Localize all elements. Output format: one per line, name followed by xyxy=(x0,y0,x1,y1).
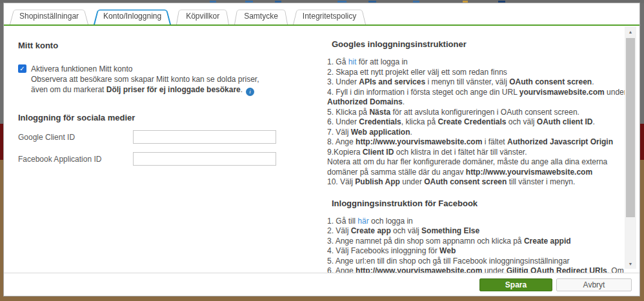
facebook-app-id-input[interactable] xyxy=(133,152,276,166)
inline-link[interactable]: här xyxy=(357,217,368,226)
tab-label: Köpvillkor xyxy=(186,12,219,21)
facebook-instructions-title: Inloggningsinstruktion för Facebook xyxy=(332,199,630,208)
content-scrollbar[interactable]: ▲ ▼ xyxy=(625,26,636,269)
instruction-line: Notera att om du har fler konfigurerade … xyxy=(327,157,630,177)
instruction-line: 10. Välj Publish App under OAuth consent… xyxy=(327,177,630,188)
tab-label: Konto/Inloggning xyxy=(103,12,161,21)
inline-link[interactable]: hit xyxy=(348,57,357,66)
dialog-footer: Spara Avbryt xyxy=(4,273,639,296)
google-instructions-list: 1. Gå hit för att logga in 2. Skapa ett … xyxy=(327,57,630,188)
checkbox-note-line2: även om du markerat Dölj priser för ej i… xyxy=(31,84,259,96)
instruction-line: 1. Gå till här och logga in xyxy=(327,217,630,227)
tab-integritetspolicy[interactable]: Integritetspolicy xyxy=(293,8,366,24)
instruction-line: 3. Under APIs and services i menyn till … xyxy=(327,77,630,88)
save-button[interactable]: Spara xyxy=(479,278,552,291)
my-account-section-title: Mitt konto xyxy=(18,41,318,50)
tab-shopinstallningar[interactable]: Shopinställningar xyxy=(10,8,88,24)
instruction-line: 1. Gå hit för att logga in xyxy=(327,57,630,68)
enable-my-account-row: ✓ Aktivera funktionen Mitt konto Observe… xyxy=(18,64,318,96)
scroll-down-button[interactable]: ▼ xyxy=(625,258,636,269)
tab-kopvillkor[interactable]: Köpvillkor xyxy=(176,8,229,24)
instruction-line: 4. Fyll i din information i första stege… xyxy=(327,88,630,108)
chevron-down-icon: ▼ xyxy=(629,262,633,266)
instruction-line: 3. Ange namnet på din shop som appnamn o… xyxy=(327,237,630,247)
instruction-line: 8. Ange http://www.yourvismawebsite.com … xyxy=(327,137,630,148)
facebook-instructions-block: Inloggningsinstruktion för Facebook 1. G… xyxy=(327,199,630,275)
scroll-up-button[interactable]: ▲ xyxy=(625,26,636,37)
instruction-line: 2. Välj Create app och välj Something El… xyxy=(327,226,630,237)
tab-label: Samtycke xyxy=(244,12,278,21)
check-icon: ✓ xyxy=(19,66,25,72)
instruction-line: 7. Välj Web application. xyxy=(327,128,630,138)
google-instructions-title: Googles inloggningsinstruktioner xyxy=(332,39,630,49)
instructions-column: Googles inloggningsinstruktioner 1. Gå h… xyxy=(327,39,630,274)
checkbox-note-line1: Observera att besökare som skapar Mitt k… xyxy=(31,74,259,84)
instruction-line: 4. Välj Facebooks inloggning för Web xyxy=(327,246,630,257)
settings-tabbar: Shopinställningar Konto/Inloggning Köpvi… xyxy=(4,7,639,26)
account-settings-column: Mitt konto ✓ Aktivera funktionen Mitt ko… xyxy=(18,41,318,166)
google-client-id-row: Google Client ID xyxy=(18,130,318,144)
instruction-line: 9.Kopiera Client ID och klistra in det i… xyxy=(327,148,630,158)
tab-label: Integritetspolicy xyxy=(303,12,356,21)
info-icon[interactable]: i xyxy=(246,88,254,96)
google-client-id-label: Google Client ID xyxy=(18,133,133,142)
scrollbar-thumb[interactable] xyxy=(626,38,635,217)
my-account-checkbox[interactable]: ✓ xyxy=(18,64,26,73)
instruction-line: 6. Under Credentials, klicka på Create C… xyxy=(327,117,630,128)
tab-samtycke[interactable]: Samtycke xyxy=(234,8,288,24)
facebook-instructions-list: 1. Gå till här och logga in 2. Välj Crea… xyxy=(327,217,630,275)
cancel-button[interactable]: Avbryt xyxy=(556,278,632,291)
instruction-line: 5. Ange url:en till din shop och gå till… xyxy=(327,257,630,267)
screenshot-frame: Shopinställningar Konto/Inloggning Köpvi… xyxy=(0,0,644,301)
tab-konto-inloggning[interactable]: Konto/Inloggning xyxy=(94,8,171,24)
tab-label: Shopinställningar xyxy=(19,12,79,21)
social-login-section-title: Inloggning för sociala medier xyxy=(18,113,318,122)
instruction-line: 2. Skapa ett nytt projekt eller välj ett… xyxy=(327,68,630,78)
facebook-app-id-label: Facebook Application ID xyxy=(18,155,133,164)
instruction-line: 5. Klicka på Nästa för att avsluta konfi… xyxy=(327,108,630,118)
google-client-id-input[interactable] xyxy=(133,130,276,144)
my-account-checkbox-label: Aktivera funktionen Mitt konto xyxy=(31,64,259,74)
facebook-app-id-row: Facebook Application ID xyxy=(18,152,318,166)
settings-dialog: Shopinställningar Konto/Inloggning Köpvi… xyxy=(3,3,640,296)
chevron-up-icon: ▲ xyxy=(629,30,633,34)
